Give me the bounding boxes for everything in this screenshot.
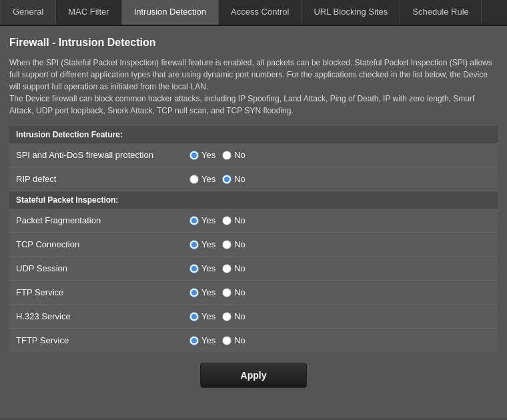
no-radio-ftp-service[interactable]	[222, 288, 231, 297]
radio-group-rip-defect: YesNo	[189, 174, 491, 184]
tab-mac-filter[interactable]: MAC Filter	[56, 0, 121, 25]
tab-intrusion-detection[interactable]: Intrusion Detection	[122, 0, 219, 25]
tab-access-control[interactable]: Access Control	[219, 0, 302, 25]
radio-group-tftp-service: YesNo	[189, 335, 491, 345]
section-header: Intrusion Detection Feature:	[9, 126, 498, 143]
no-radio-tcp-conn[interactable]	[222, 240, 231, 249]
yes-label-rip-defect[interactable]: Yes	[189, 174, 215, 184]
yes-label-packet-frag[interactable]: Yes	[189, 215, 215, 225]
no-label-tftp-service[interactable]: No	[222, 335, 245, 345]
radio-group-udp-session: YesNo	[189, 263, 491, 273]
yes-radio-tftp-service[interactable]	[189, 336, 199, 345]
row-control-tftp-service: YesNo	[183, 329, 498, 353]
no-label-h323-service[interactable]: No	[222, 311, 245, 321]
radio-group-tcp-conn: YesNo	[189, 239, 491, 249]
no-label-rip-defect[interactable]: No	[222, 174, 245, 184]
row-label-packet-frag: Packet Fragmentation	[9, 209, 183, 233]
no-radio-packet-frag[interactable]	[222, 216, 231, 225]
description: When the SPI (Stateful Packet Inspection…	[9, 57, 498, 117]
yes-radio-ftp-service[interactable]	[189, 288, 199, 297]
no-label-packet-frag[interactable]: No	[222, 215, 245, 225]
table-row: TFTP ServiceYesNo	[9, 329, 498, 353]
page-title: Firewall - Intrusion Detection	[9, 37, 498, 49]
no-radio-tftp-service[interactable]	[222, 336, 231, 345]
no-label-tcp-conn[interactable]: No	[222, 239, 245, 249]
no-radio-udp-session[interactable]	[222, 264, 231, 273]
radio-group-packet-frag: YesNo	[189, 215, 491, 225]
table-row: Packet FragmentationYesNo	[9, 209, 498, 233]
row-control-udp-session: YesNo	[183, 257, 498, 281]
settings-table: Intrusion Detection Feature:SPI and Anti…	[9, 126, 498, 352]
main-content: Firewall - Intrusion Detection When the …	[0, 26, 507, 418]
no-radio-spi-antidos[interactable]	[222, 151, 231, 160]
radio-group-h323-service: YesNo	[189, 311, 491, 321]
row-label-udp-session: UDP Session	[9, 257, 183, 281]
table-row: FTP ServiceYesNo	[9, 281, 498, 305]
table-row: SPI and Anti-DoS firewall protectionYesN…	[9, 143, 498, 167]
yes-label-tcp-conn[interactable]: Yes	[189, 239, 215, 249]
row-control-packet-frag: YesNo	[183, 209, 498, 233]
row-label-h323-service: H.323 Service	[9, 305, 183, 329]
yes-label-spi-antidos[interactable]: Yes	[189, 150, 215, 160]
yes-radio-rip-defect[interactable]	[189, 175, 199, 184]
row-label-ftp-service: FTP Service	[9, 281, 183, 305]
table-row: H.323 ServiceYesNo	[9, 305, 498, 329]
description-text-2: The Device firewall can block common hac…	[9, 94, 474, 115]
no-label-spi-antidos[interactable]: No	[222, 150, 245, 160]
table-row: RIP defectYesNo	[9, 167, 498, 191]
radio-group-ftp-service: YesNo	[189, 287, 491, 297]
no-radio-rip-defect[interactable]	[222, 175, 231, 184]
row-control-h323-service: YesNo	[183, 305, 498, 329]
row-label-spi-antidos: SPI and Anti-DoS firewall protection	[9, 143, 183, 167]
tab-general[interactable]: General	[0, 0, 56, 25]
apply-button[interactable]: Apply	[200, 363, 308, 388]
yes-radio-packet-frag[interactable]	[189, 216, 199, 225]
row-control-tcp-conn: YesNo	[183, 233, 498, 257]
table-row: TCP ConnectionYesNo	[9, 233, 498, 257]
no-label-ftp-service[interactable]: No	[222, 287, 245, 297]
row-control-ftp-service: YesNo	[183, 281, 498, 305]
row-label-rip-defect: RIP defect	[9, 167, 183, 191]
yes-radio-h323-service[interactable]	[189, 312, 199, 321]
tab-url-blocking[interactable]: URL Blocking Sites	[302, 0, 400, 25]
description-text-1: When the SPI (Stateful Packet Inspection…	[9, 58, 492, 91]
table-row: UDP SessionYesNo	[9, 257, 498, 281]
row-control-rip-defect: YesNo	[183, 167, 498, 191]
yes-radio-udp-session[interactable]	[189, 264, 199, 273]
radio-group-spi-antidos: YesNo	[189, 150, 491, 160]
no-label-udp-session[interactable]: No	[222, 263, 245, 273]
yes-radio-spi-antidos[interactable]	[189, 151, 199, 160]
section-header: Stateful Packet Inspection:	[9, 191, 498, 209]
yes-label-udp-session[interactable]: Yes	[189, 263, 215, 273]
no-radio-h323-service[interactable]	[222, 312, 231, 321]
button-bar: Apply	[9, 363, 498, 388]
row-label-tcp-conn: TCP Connection	[9, 233, 183, 257]
yes-radio-tcp-conn[interactable]	[189, 240, 199, 249]
yes-label-ftp-service[interactable]: Yes	[189, 287, 215, 297]
tab-schedule-rule[interactable]: Schedule Rule	[400, 0, 482, 25]
yes-label-h323-service[interactable]: Yes	[189, 311, 215, 321]
row-control-spi-antidos: YesNo	[183, 143, 498, 167]
yes-label-tftp-service[interactable]: Yes	[189, 335, 215, 345]
row-label-tftp-service: TFTP Service	[9, 329, 183, 353]
tab-bar: GeneralMAC FilterIntrusion DetectionAcce…	[0, 0, 507, 26]
